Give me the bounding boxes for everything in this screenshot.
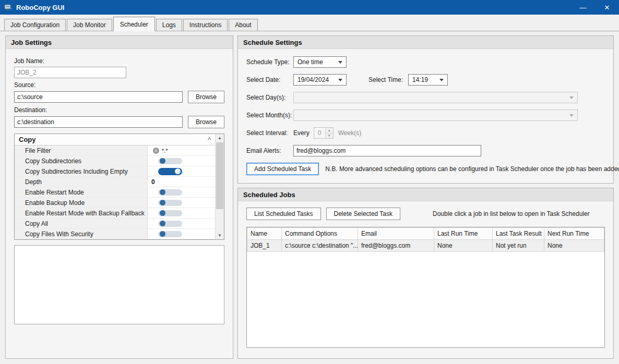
interval-stepper: 0 ▲ ▼ <box>314 127 334 139</box>
property-row: Enable Restart Mode with Backup Fallback <box>15 208 215 219</box>
toggle-knob-icon <box>160 231 165 237</box>
schedule-type-dropdown[interactable]: One time <box>293 56 347 68</box>
title-bar: RoboCopy GUI — ✕ <box>0 0 619 15</box>
scroll-up-icon[interactable]: ▲ <box>216 134 224 142</box>
toggle-knob-icon <box>175 168 181 174</box>
collapse-chevron-icon[interactable]: ^ <box>208 136 211 143</box>
tab-job-monitor[interactable]: Job Monitor <box>67 19 112 31</box>
tab-logs[interactable]: Logs <box>156 19 182 31</box>
jobs-column-header[interactable]: Last Task Result <box>493 228 544 240</box>
property-value[interactable] <box>148 187 215 197</box>
jobs-column-header[interactable]: Email <box>358 228 434 240</box>
property-label: Enable Restart Mode with Backup Fallback <box>15 208 148 218</box>
toggle-switch[interactable] <box>158 168 182 175</box>
toggle-switch[interactable] <box>158 189 182 196</box>
source-browse-button[interactable]: Browse <box>188 91 224 103</box>
select-date-dropdown[interactable]: 19/04/2024 <box>293 74 347 86</box>
property-value[interactable]: ×D×A×T <box>148 239 215 240</box>
source-input[interactable] <box>14 91 183 103</box>
property-label: Depth <box>15 177 148 187</box>
jobs-table: NameCommand OptionsEmailLast Run TimeLas… <box>247 227 604 252</box>
table-cell: fred@bloggs.com <box>358 240 434 252</box>
property-label: Enable Restart Mode <box>15 187 148 197</box>
minimize-button[interactable]: — <box>571 0 595 15</box>
property-value[interactable]: 0 <box>148 177 215 187</box>
tab-scheduler[interactable]: Scheduler <box>113 17 155 31</box>
job-settings-panel: Job Settings Job Name: Source: Browse De… <box>5 35 233 359</box>
app-icon <box>4 3 13 11</box>
toggle-switch[interactable] <box>158 200 182 206</box>
property-label: Copy Subdirectories Including Empty <box>15 166 148 176</box>
source-label: Source: <box>14 81 224 89</box>
every-label: Every <box>293 129 309 137</box>
jobs-column-header[interactable]: Command Options <box>282 228 358 240</box>
weeks-label: Week(s) <box>338 129 361 137</box>
select-days-dropdown <box>293 92 578 103</box>
toggle-switch[interactable] <box>158 158 182 164</box>
property-label: Copy All <box>15 219 148 228</box>
property-value[interactable] <box>148 166 215 176</box>
copy-options-property-grid: Copy ^ File Filter×*.*Copy Subdirectorie… <box>14 134 224 240</box>
property-row: Copy Subdirectories <box>15 156 215 166</box>
scheduler-note: N.B. More advanced scheduling options ca… <box>325 165 619 173</box>
chevron-down-icon <box>569 96 574 99</box>
toggle-knob-icon <box>160 200 165 205</box>
destination-input[interactable] <box>14 116 183 128</box>
table-cell: JOB_1 <box>247 240 282 252</box>
destination-label: Destination: <box>14 106 224 114</box>
job-settings-header: Job Settings <box>6 36 233 49</box>
destination-browse-button[interactable]: Browse <box>188 116 224 128</box>
toggle-knob-icon <box>160 189 165 195</box>
jobs-column-header[interactable]: Next Run Time <box>544 228 604 240</box>
jobs-column-header[interactable]: Last Run Time <box>434 228 493 240</box>
chevron-down-icon <box>338 79 342 81</box>
property-value[interactable] <box>148 198 215 208</box>
toggle-switch[interactable] <box>158 231 182 237</box>
remove-filter-icon[interactable]: × <box>153 148 159 154</box>
property-row: Copy Subdirectories Including Empty <box>15 166 215 177</box>
jobs-column-header[interactable]: Name <box>247 228 282 240</box>
jobs-table-head-row: NameCommand OptionsEmailLast Run TimeLas… <box>247 228 604 240</box>
close-button[interactable]: ✕ <box>595 0 619 15</box>
property-row: Copy All <box>15 219 215 229</box>
job-name-input[interactable] <box>14 67 126 78</box>
select-months-label: Select Month(s): <box>246 112 293 119</box>
tab-about[interactable]: About <box>229 19 257 31</box>
property-row: Depth0 <box>15 177 215 187</box>
jobs-hint: Double click a job in list below to open… <box>433 210 590 217</box>
add-scheduled-task-button[interactable]: Add Scheduled Task <box>246 163 319 175</box>
jobs-table-container: NameCommand OptionsEmailLast Run TimeLas… <box>246 227 605 348</box>
property-value[interactable] <box>148 229 215 239</box>
list-scheduled-tasks-button[interactable]: List Scheduled Tasks <box>246 208 321 220</box>
property-value[interactable]: ×*.* <box>148 145 215 155</box>
email-alerts-input[interactable] <box>293 145 481 156</box>
tab-instructions[interactable]: Instructions <box>183 19 228 31</box>
table-cell: None <box>434 240 493 252</box>
property-row: File Filter×*.* <box>15 145 215 156</box>
property-value[interactable] <box>148 156 215 166</box>
table-cell: Not yet run <box>493 240 544 252</box>
select-time-label: Select Time: <box>368 76 403 83</box>
scrollbar-thumb[interactable] <box>216 142 223 209</box>
window-title: RoboCopy GUI <box>16 4 64 11</box>
table-row[interactable]: JOB_1c:\source c:\destination "...fred@b… <box>247 240 604 252</box>
toggle-knob-icon <box>160 221 165 226</box>
chevron-down-icon <box>569 114 574 117</box>
delete-selected-task-button[interactable]: Delete Selected Task <box>326 208 401 220</box>
toggle-switch[interactable] <box>158 210 182 216</box>
property-grid-scrollbar[interactable]: ▲ ▼ <box>215 134 224 239</box>
property-category-copy[interactable]: Copy ^ <box>15 134 215 145</box>
property-row: Enable Backup Mode <box>15 198 215 208</box>
property-label: Enable Backup Mode <box>15 198 148 208</box>
tab-job-configuration[interactable]: Job Configuration <box>4 19 66 31</box>
schedule-type-label: Schedule Type: <box>246 58 293 66</box>
toggle-switch[interactable] <box>158 221 182 227</box>
scheduled-jobs-header: Scheduled Jobs <box>238 188 613 201</box>
property-value[interactable] <box>148 208 215 218</box>
select-time-dropdown[interactable]: 14:19 <box>408 74 448 86</box>
property-value[interactable] <box>148 219 215 228</box>
select-date-label: Select Date: <box>246 76 293 83</box>
job-name-label: Job Name: <box>14 57 224 65</box>
scroll-down-icon[interactable]: ▼ <box>216 232 224 239</box>
job-description-box <box>14 245 224 324</box>
